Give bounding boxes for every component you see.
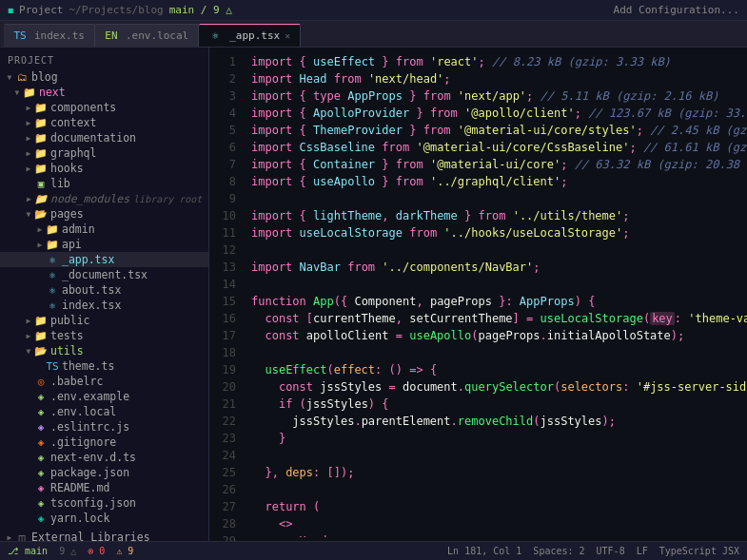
- tree-label: next: [39, 86, 66, 99]
- sidebar-title: Project: [0, 51, 208, 69]
- close-icon[interactable]: ✕: [285, 30, 290, 41]
- ide-container: ◼ Project ~/Projects/blog main / 9 △ Add…: [0, 0, 747, 560]
- tree-item-context[interactable]: ▶ 📁 context: [0, 115, 208, 130]
- tree-item-api[interactable]: ▶ 📁 api: [0, 237, 208, 252]
- folder-icon: 📁: [34, 330, 48, 342]
- status-bar: ⎇ main 9 △ ⊗ 0 ⚠ 9 Ln 181, Col 1 Spaces:…: [0, 541, 747, 560]
- tree-item-next-env[interactable]: ◈ next-env.d.ts: [0, 450, 208, 465]
- env-file-icon: ◈: [34, 406, 48, 418]
- json-file-icon: ◈: [34, 467, 48, 479]
- tree-item-package-json[interactable]: ◈ package.json: [0, 465, 208, 480]
- tree-item-next[interactable]: ▼ 📁 next: [0, 85, 208, 100]
- code-line-16: const [currentTheme, setCurrentTheme] = …: [251, 310, 747, 327]
- tab-app-tsx[interactable]: ⚛ _app.tsx ✕: [199, 24, 301, 47]
- tree-item-env-local[interactable]: ◈ .env.local: [0, 404, 208, 419]
- expand-arrow: ▶: [23, 195, 34, 203]
- tree-item-readme[interactable]: ◈ README.md: [0, 480, 208, 495]
- code-line-4: import { ApolloProvider } from '@apollo/…: [251, 105, 747, 122]
- tree-label: .babelrc: [50, 375, 103, 388]
- tree-item-public[interactable]: ▶ 📁 public: [0, 313, 208, 328]
- code-line-13: import NavBar from '../components/NavBar…: [251, 259, 747, 276]
- tree-item-index-tsx[interactable]: ⚛ index.tsx: [0, 298, 208, 313]
- expand-arrow: ▶: [34, 225, 46, 234]
- project-icon: ◼: [8, 5, 13, 15]
- tree-label: context: [50, 116, 96, 129]
- tab-env-local[interactable]: EN .env.local: [95, 24, 199, 47]
- file-icon: ◎: [34, 376, 48, 388]
- tree-item-hooks[interactable]: ▶ 📁 hooks: [0, 161, 208, 176]
- expand-arrow: ▶: [23, 164, 34, 173]
- main-content: Project ▼ 🗂 blog ▼ 📁 next ▶ 📁 components: [0, 48, 747, 541]
- tree-item-theme-ts[interactable]: TS theme.ts: [0, 358, 208, 374]
- code-line-9: [251, 190, 747, 207]
- folder-icon: 🗂: [15, 71, 29, 84]
- tree-item-about-tsx[interactable]: ⚛ about.tsx: [0, 282, 208, 298]
- tree-item-admin[interactable]: ▶ 📁 admin: [0, 222, 208, 237]
- env-file-icon: ◈: [34, 391, 48, 403]
- code-line-29: <Head>: [251, 532, 747, 537]
- tree-label: about.tsx: [62, 283, 121, 297]
- tree-item-env-example[interactable]: ◈ .env.example: [0, 389, 208, 404]
- tree-label: package.json: [50, 466, 129, 479]
- code-editor[interactable]: 12345 678910 1112131415 1617181920 21222…: [209, 48, 747, 541]
- language: TypeScript JSX: [659, 546, 739, 556]
- tree-label: admin: [62, 222, 95, 236]
- line-col: Ln 181, Col 1: [447, 546, 521, 556]
- tree-item-tsconfig[interactable]: ◈ tsconfig.json: [0, 495, 208, 511]
- code-line-28: <>: [251, 515, 747, 532]
- status-left: ⎇ main 9 △ ⊗ 0 ⚠ 9: [8, 546, 133, 556]
- tree-label: tsconfig.json: [50, 496, 136, 510]
- code-line-5: import { ThemeProvider } from '@material…: [251, 122, 747, 139]
- folder-icon: 📂: [34, 208, 48, 221]
- tree-item-pages[interactable]: ▼ 📂 pages: [0, 206, 208, 222]
- code-line-8: import { useApollo } from '../graphql/cl…: [251, 173, 747, 190]
- tree-item-yarn-lock[interactable]: ◈ yarn.lock: [0, 511, 208, 526]
- git-changes: 9 △: [59, 546, 76, 556]
- tree-item-gitignore[interactable]: ◈ .gitignore: [0, 434, 208, 450]
- tree-label: blog: [31, 70, 58, 84]
- tree-item-graphql[interactable]: ▶ 📁 graphql: [0, 145, 208, 161]
- code-line-12: [251, 241, 747, 259]
- code-line-17: const apolloClient = useApollo(pageProps…: [251, 327, 747, 344]
- code-line-1: import { useEffect } from 'react'; // 8.…: [251, 53, 747, 70]
- branch-label: main / 9 △: [169, 4, 232, 16]
- folder-icon: 📁: [34, 163, 48, 175]
- tree-item-babelrc[interactable]: ◎ .babelrc: [0, 374, 208, 389]
- tree-label: _document.tsx: [62, 268, 147, 281]
- tree-item-external-libraries[interactable]: ▶ ◫ External Libraries: [0, 530, 208, 541]
- code-line-20: const jssStyles = document.querySelector…: [251, 378, 747, 396]
- file-icon: ▣: [34, 178, 48, 190]
- code-line-11: import useLocalStorage from '../hooks/us…: [251, 224, 747, 241]
- code-content: 12345 678910 1112131415 1617181920 21222…: [209, 48, 747, 541]
- tree-item-components[interactable]: ▶ 📁 components: [0, 100, 208, 115]
- tree-label: yarn.lock: [50, 512, 109, 525]
- expand-arrow: ▶: [23, 149, 34, 158]
- folder-icon: 📁: [34, 193, 48, 205]
- branch-status: ⎇ main: [8, 546, 48, 556]
- tree-item-eslintrc[interactable]: ◈ .eslintrc.js: [0, 419, 208, 434]
- tree-item-blog[interactable]: ▼ 🗂 blog: [0, 69, 208, 85]
- tree-item-lib[interactable]: ▣ lib: [0, 176, 208, 191]
- tree-item-node-modules[interactable]: ▶ 📁 node_modules library root: [0, 191, 208, 206]
- tab-index-ts[interactable]: TS index.ts: [4, 24, 95, 47]
- add-configuration[interactable]: Add Configuration...: [614, 4, 739, 16]
- tree-item-documentation[interactable]: ▶ 📁 documentation: [0, 130, 208, 145]
- tree-label: hooks: [50, 162, 84, 175]
- ts-file-icon: TS: [13, 29, 27, 42]
- tree-label: .env.local: [50, 405, 116, 418]
- code-line-2: import Head from 'next/head';: [251, 70, 747, 87]
- tree-item-app-tsx[interactable]: ⚛ _app.tsx: [0, 252, 208, 267]
- file-icon: ◈: [34, 421, 48, 434]
- tree-label: api: [62, 238, 82, 251]
- spaces: Spaces: 2: [533, 546, 584, 556]
- tree-item-utils[interactable]: ▼ 📂 utils: [0, 343, 208, 358]
- tree-item-tests[interactable]: ▶ 📁 tests: [0, 328, 208, 343]
- tsx-file-icon: ⚛: [46, 299, 59, 312]
- tree-item-document-tsx[interactable]: ⚛ _document.tsx: [0, 267, 208, 282]
- expand-arrow: ▼: [4, 73, 15, 82]
- code-line-7: import { Container } from '@material-ui/…: [251, 156, 747, 173]
- folder-icon: 📁: [34, 315, 48, 327]
- folder-icon: 📁: [46, 239, 59, 251]
- title-bar-left: ◼ Project ~/Projects/blog main / 9 △: [8, 4, 232, 16]
- tab-bar: TS index.ts EN .env.local ⚛ _app.tsx ✕: [0, 21, 747, 48]
